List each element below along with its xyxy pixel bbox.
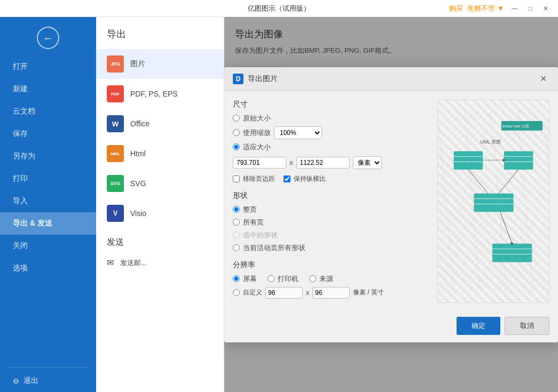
print-label: 打印 bbox=[13, 174, 28, 183]
size-inputs-row: x 像素 毫米 英寸 bbox=[233, 156, 431, 169]
res-source-row: 来源 bbox=[309, 274, 333, 284]
custom-res-w-input[interactable] bbox=[265, 287, 303, 299]
word-icon-text: W bbox=[112, 120, 119, 128]
original-size-row: 原始大小 bbox=[233, 114, 431, 123]
office-label: Office bbox=[130, 119, 150, 128]
minimize-button[interactable]: — bbox=[508, 4, 521, 13]
use-scale-row: 使用缩放 100% 50% 200% bbox=[233, 126, 431, 139]
export-option-visio[interactable]: V Visio bbox=[96, 198, 224, 228]
fit-size-row: 适应大小 bbox=[233, 142, 431, 152]
shape-selected-label: 选中的形状 bbox=[243, 230, 278, 240]
svg-rect-8 bbox=[504, 151, 533, 170]
modal-close-button[interactable]: ✕ bbox=[537, 73, 549, 85]
width-input[interactable] bbox=[233, 157, 286, 169]
size-section-title: 尺寸 bbox=[233, 100, 431, 109]
original-size-label: 原始大小 bbox=[243, 114, 271, 123]
modal-header-left: D 导出图片 bbox=[233, 74, 278, 84]
shape-allpages-radio[interactable] bbox=[233, 219, 240, 226]
new-label: 新建 bbox=[13, 84, 28, 94]
remove-margin-row: 移除页边距 bbox=[233, 174, 275, 183]
title-bar-title: 亿图图示（试用版） bbox=[248, 4, 310, 13]
back-icon: ← bbox=[43, 32, 53, 44]
export-option-pdf[interactable]: PDF PDF, PS, EPS bbox=[96, 79, 224, 109]
res-source-label: 来源 bbox=[319, 274, 333, 284]
scale-select[interactable]: 100% 50% 200% bbox=[274, 126, 322, 139]
quit-icon: ⊖ bbox=[13, 377, 19, 385]
modal-form: 尺寸 原始大小 使用缩放 100% bbox=[233, 100, 431, 303]
custom-res-row: 自定义 x 像素 / 英寸 bbox=[233, 287, 431, 299]
res-unit-label: 像素 / 英寸 bbox=[353, 288, 384, 297]
res-source-radio[interactable] bbox=[309, 275, 316, 282]
sidebar-item-export[interactable]: 导出 & 发送 bbox=[0, 212, 96, 235]
fit-size-radio[interactable] bbox=[233, 143, 240, 150]
sidebar-item-options[interactable]: 选项 bbox=[0, 257, 96, 279]
email-icon: ✉ bbox=[107, 258, 114, 268]
focus-dropdown[interactable]: 焦糖不苦 ▼ bbox=[467, 4, 504, 13]
sidebar-item-open[interactable]: 打开 bbox=[0, 55, 96, 78]
size-x-separator: x bbox=[289, 158, 293, 166]
res-screen-radio[interactable] bbox=[233, 275, 240, 282]
sidebar-item-saveas[interactable]: 另存为 bbox=[0, 145, 96, 167]
purchase-link[interactable]: 购买 bbox=[449, 4, 463, 13]
keep-ratio-label: 保持纵横比 bbox=[294, 174, 326, 183]
keep-ratio-row: 保持纵横比 bbox=[284, 174, 326, 183]
svg-rect-18 bbox=[492, 243, 532, 262]
export-option-image[interactable]: JPG 图片 bbox=[96, 49, 224, 79]
confirm-button[interactable]: 确定 bbox=[457, 317, 500, 335]
export-panel-title: 导出 bbox=[96, 17, 224, 49]
res-custom-radio[interactable] bbox=[233, 289, 240, 296]
modal-preview: edraw max 亿图 UML 类图 bbox=[437, 100, 549, 303]
options-label: 选项 bbox=[13, 263, 28, 273]
resolution-section: 分辨率 屏幕 打印机 bbox=[233, 260, 431, 299]
sidebar-item-save[interactable]: 保存 bbox=[0, 123, 96, 145]
sidebar-item-new[interactable]: 新建 bbox=[0, 78, 96, 100]
back-button-area[interactable]: ← bbox=[0, 17, 96, 55]
height-input[interactable] bbox=[296, 157, 350, 169]
sidebar-item-close[interactable]: 关闭 bbox=[0, 235, 96, 257]
options-row: 移除页边距 保持纵横比 bbox=[233, 174, 431, 183]
res-printer-radio[interactable] bbox=[268, 275, 274, 282]
close-label: 关闭 bbox=[13, 241, 28, 251]
shape-options: 整页 所有页 选中的形状 bbox=[233, 205, 431, 253]
modal-title: 导出图片 bbox=[248, 74, 278, 84]
unit-select[interactable]: 像素 毫米 英寸 bbox=[353, 156, 382, 169]
cancel-button[interactable]: 取消 bbox=[505, 317, 549, 335]
sidebar: ← 打开 新建 云文档 保存 另存为 打印 导入 导出 & 发送 关闭 bbox=[0, 17, 96, 392]
export-option-office[interactable]: W Office bbox=[96, 109, 224, 139]
custom-res-h-input[interactable] bbox=[312, 287, 350, 299]
saveas-label: 另存为 bbox=[13, 151, 35, 161]
sidebar-item-print[interactable]: 打印 bbox=[0, 167, 96, 190]
original-size-radio[interactable] bbox=[233, 115, 240, 122]
res-screen-label: 屏幕 bbox=[243, 274, 257, 284]
sidebar-item-import[interactable]: 导入 bbox=[0, 190, 96, 212]
sidebar-item-quit[interactable]: ⊖ 退出 bbox=[0, 370, 96, 392]
word-icon: W bbox=[107, 115, 124, 132]
fit-size-label: 适应大小 bbox=[243, 142, 271, 152]
shape-fullpage-radio[interactable] bbox=[233, 206, 240, 213]
send-option-email[interactable]: ✉ 发送邮... bbox=[96, 252, 224, 273]
close-window-button[interactable]: ✕ bbox=[540, 4, 552, 13]
export-option-html[interactable]: MML Html bbox=[96, 139, 224, 169]
restore-button[interactable]: □ bbox=[525, 4, 536, 13]
export-option-svg[interactable]: SVG SVG bbox=[96, 169, 224, 198]
html-label: Html bbox=[130, 149, 146, 158]
send-section-title: 发送 bbox=[96, 228, 224, 252]
shape-allpages-label: 所有页 bbox=[243, 218, 264, 227]
title-bar-actions: 购买 焦糖不苦 ▼ — □ ✕ bbox=[449, 4, 552, 13]
use-scale-label: 使用缩放 bbox=[243, 128, 271, 138]
preview-canvas: edraw max 亿图 UML 类图 bbox=[438, 100, 549, 302]
import-label: 导入 bbox=[13, 196, 28, 206]
sidebar-item-cloud[interactable]: 云文档 bbox=[0, 100, 96, 123]
jpg-icon-text: JPG bbox=[111, 61, 120, 67]
res-screen-row: 屏幕 bbox=[233, 274, 257, 284]
shape-current-row: 当前活动页所有形状 bbox=[233, 243, 431, 253]
remove-margin-label: 移除页边距 bbox=[243, 174, 275, 183]
remove-margin-checkbox[interactable] bbox=[233, 175, 240, 182]
use-scale-radio[interactable] bbox=[233, 129, 240, 136]
res-printer-label: 打印机 bbox=[278, 274, 298, 284]
shape-current-radio[interactable] bbox=[233, 244, 240, 251]
shape-fullpage-label: 整页 bbox=[243, 205, 257, 214]
back-button[interactable]: ← bbox=[37, 27, 59, 49]
export-label: 导出 & 发送 bbox=[13, 219, 52, 228]
keep-ratio-checkbox[interactable] bbox=[284, 175, 290, 182]
